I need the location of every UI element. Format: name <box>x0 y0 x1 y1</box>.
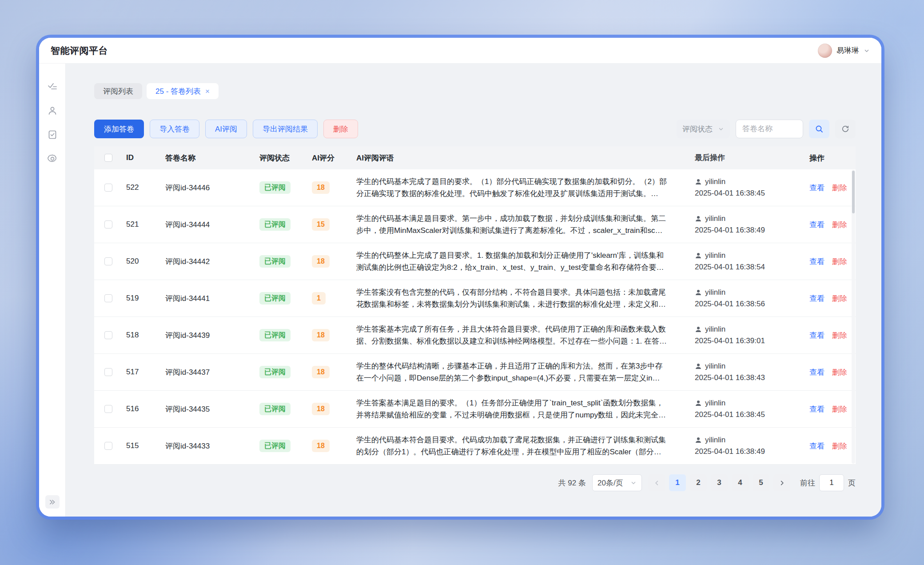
app-window: 智能评阅平台 易琳琳 评阅列表 25 - 答卷列 <box>39 38 881 517</box>
row-name: 评阅id-34435 <box>162 404 256 414</box>
delete-link[interactable]: 删除 <box>832 441 847 451</box>
row-lastop: yilinlin 2025-04-01 16:38:54 <box>691 250 806 273</box>
delete-link[interactable]: 删除 <box>832 293 847 304</box>
delete-link[interactable]: 删除 <box>832 330 847 341</box>
row-comment: 学生的整体代码结构清晰，步骤基本正确，并且适用了正确的库和方法。然而，在第3步中… <box>353 360 691 384</box>
row-checkbox[interactable] <box>104 405 112 413</box>
tab-answer-sheet-list[interactable]: 25 - 答卷列表 × <box>147 83 219 99</box>
tab-review-list[interactable]: 评阅列表 <box>94 83 142 99</box>
row-id: 520 <box>123 257 162 266</box>
avatar[interactable] <box>818 44 832 58</box>
filter-area: 评阅状态 <box>677 120 856 138</box>
settings-gear-icon[interactable] <box>47 153 58 164</box>
row-checkbox[interactable] <box>104 257 112 265</box>
user-menu[interactable]: 易琳琳 <box>818 44 870 58</box>
table-row: 518 评阅id-34439 已评阅 18 学生答案基本完成了所有任务，并且大体… <box>94 317 856 354</box>
answer-name-input[interactable] <box>736 120 803 138</box>
view-link[interactable]: 查看 <box>809 256 824 267</box>
status-badge: 已评阅 <box>259 366 291 378</box>
row-name: 评阅id-34437 <box>162 367 256 377</box>
row-name: 评阅id-34441 <box>162 293 256 304</box>
row-checkbox[interactable] <box>104 184 112 192</box>
chevron-down-icon <box>864 48 870 54</box>
view-link[interactable]: 查看 <box>809 220 824 230</box>
score-badge: 1 <box>312 292 326 305</box>
row-checkbox[interactable] <box>104 294 112 302</box>
table-row: 516 评阅id-34435 已评阅 18 学生答案基本满足题目的要求。（1）任… <box>94 391 856 428</box>
score-badge: 18 <box>312 440 330 452</box>
user-icon[interactable] <box>47 105 58 116</box>
row-name: 评阅id-34446 <box>162 183 256 193</box>
page-button-4[interactable]: 4 <box>732 474 749 491</box>
user-icon <box>695 178 702 185</box>
view-link[interactable]: 查看 <box>809 367 824 377</box>
search-button[interactable] <box>809 120 829 138</box>
status-badge: 已评阅 <box>259 403 291 415</box>
score-badge: 18 <box>312 181 330 194</box>
row-lastop: yilinlin 2025-04-01 16:38:56 <box>691 287 806 310</box>
page-button-3[interactable]: 3 <box>711 474 728 491</box>
view-link[interactable]: 查看 <box>809 330 824 341</box>
row-checkbox[interactable] <box>104 331 112 339</box>
close-icon[interactable]: × <box>205 88 210 95</box>
row-time: 2025-04-01 16:38:49 <box>695 224 802 236</box>
row-name: 评阅id-34433 <box>162 441 256 451</box>
page-button-1[interactable]: 1 <box>669 474 686 491</box>
search-icon <box>815 124 824 133</box>
review-status-select[interactable]: 评阅状态 <box>677 120 730 138</box>
table-row: 521 评阅id-34444 已评阅 15 学生的代码基本满足题目要求。第一步中… <box>94 206 856 243</box>
chevron-left-icon <box>653 480 660 486</box>
view-link[interactable]: 查看 <box>809 441 824 451</box>
table-row: 519 评阅id-34441 已评阅 1 学生答案没有包含完整的代码，仅有部分结… <box>94 280 856 317</box>
view-link[interactable]: 查看 <box>809 183 824 193</box>
col-id: ID <box>123 153 162 162</box>
ai-review-button[interactable]: AI评阅 <box>205 120 247 138</box>
row-checkbox[interactable] <box>104 220 112 228</box>
page-button-2[interactable]: 2 <box>690 474 707 491</box>
add-answer-button[interactable]: 添加答卷 <box>94 120 144 138</box>
row-name: 评阅id-34439 <box>162 330 256 341</box>
chevron-down-icon <box>718 126 724 132</box>
row-checkbox[interactable] <box>104 442 112 450</box>
delete-button[interactable]: 删除 <box>323 120 358 138</box>
table-scrollbar[interactable] <box>852 170 855 464</box>
col-lastop: 最后操作 <box>691 152 806 164</box>
prev-page-button[interactable] <box>648 474 665 491</box>
delete-link[interactable]: 删除 <box>832 367 847 377</box>
score-badge: 18 <box>312 403 330 415</box>
page-button-5[interactable]: 5 <box>753 474 769 491</box>
delete-link[interactable]: 删除 <box>832 256 847 267</box>
page-size-select[interactable]: 20条/页 <box>592 474 642 491</box>
scrollbar-thumb[interactable] <box>852 171 855 213</box>
view-link[interactable]: 查看 <box>809 293 824 304</box>
review-list-icon[interactable] <box>47 81 58 92</box>
delete-link[interactable]: 删除 <box>832 404 847 414</box>
row-comment: 学生答案基本完成了所有任务，并且大体符合题目要求。代码使用了正确的库和函数来载入… <box>353 323 691 347</box>
document-check-icon[interactable] <box>47 129 58 140</box>
col-actions: 操作 <box>806 153 856 163</box>
row-checkbox[interactable] <box>104 368 112 376</box>
view-link[interactable]: 查看 <box>809 404 824 414</box>
row-id: 516 <box>123 405 162 413</box>
row-comment: 学生的代码整体上完成了题目要求。1. 数据集的加载和划分正确使用了'sklear… <box>353 249 691 273</box>
row-comment: 学生的代码基本符合题目要求。代码成功加载了鸢尾花数据集，并正确进行了训练集和测试… <box>353 434 691 458</box>
next-page-button[interactable] <box>773 474 790 491</box>
user-icon <box>695 400 702 407</box>
user-icon <box>695 289 702 296</box>
goto-page-input[interactable] <box>819 474 844 491</box>
sidebar-expand-button[interactable] <box>45 495 60 509</box>
review-status-placeholder: 评阅状态 <box>682 124 713 134</box>
import-answer-button[interactable]: 导入答卷 <box>150 120 199 138</box>
table-row: 515 评阅id-34433 已评阅 18 学生的代码基本符合题目要求。代码成功… <box>94 428 856 465</box>
delete-link[interactable]: 删除 <box>832 183 847 193</box>
user-icon <box>695 326 702 333</box>
status-badge: 已评阅 <box>259 218 291 231</box>
expand-double-chevron-icon <box>49 499 56 505</box>
select-all-checkbox[interactable] <box>104 154 112 162</box>
export-results-button[interactable]: 导出评阅结果 <box>253 120 318 138</box>
row-operator: yilinlin <box>705 434 725 446</box>
refresh-button[interactable] <box>835 120 856 138</box>
delete-link[interactable]: 删除 <box>832 220 847 230</box>
row-comment: 学生答案没有包含完整的代码，仅有部分结构，不符合题目要求。具体问题包括：未加载鸢… <box>353 286 691 310</box>
row-lastop: yilinlin 2025-04-01 16:38:45 <box>691 397 806 421</box>
